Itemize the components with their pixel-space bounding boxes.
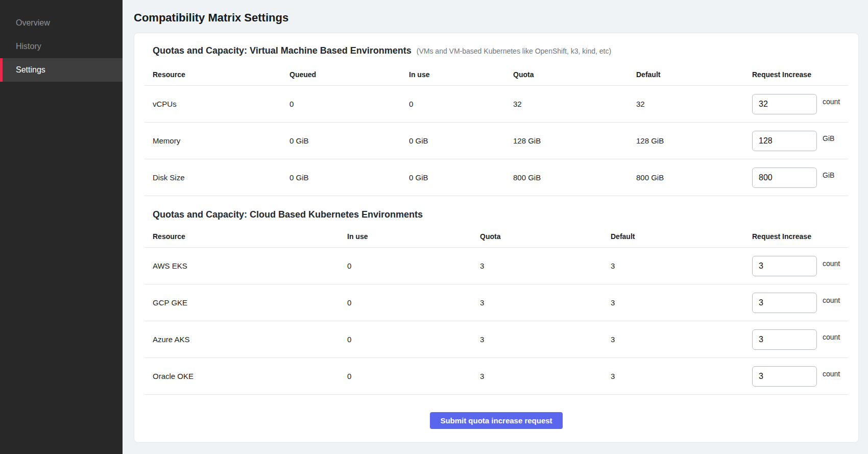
table-row-oracle-oke: Oracle OKE 0 3 3 count (144, 358, 848, 395)
default-value: 32 (636, 100, 752, 108)
column-header-request-increase: Request Increase (752, 70, 848, 79)
main-content: Compatibility Matrix Settings Quotas and… (123, 0, 868, 454)
column-header-in-use: In use (347, 232, 480, 241)
in-use-value: 0 GiB (409, 173, 513, 182)
unit-label: count (823, 333, 840, 341)
resource-name: Oracle OKE (144, 372, 347, 380)
resource-name: Azure AKS (144, 335, 347, 344)
sidebar: Overview History Settings (0, 0, 123, 454)
default-value: 800 GiB (636, 173, 752, 182)
quota-value: 3 (480, 335, 611, 344)
table-row-memory: Memory 0 GiB 0 GiB 128 GiB 128 GiB GiB (144, 123, 848, 159)
default-value: 128 GiB (636, 136, 752, 145)
azure-aks-request-input[interactable] (752, 329, 817, 350)
default-value: 3 (611, 335, 752, 344)
table-row-azure-aks: Azure AKS 0 3 3 count (144, 321, 848, 358)
in-use-value: 0 (347, 261, 480, 270)
aws-eks-request-input[interactable] (752, 256, 817, 276)
request-increase-cell: count (752, 256, 848, 276)
oracle-oke-request-input[interactable] (752, 366, 817, 387)
cloud-section-title: Quotas and Capacity: Cloud Based Kuberne… (153, 209, 423, 220)
request-increase-cell: GiB (752, 131, 848, 151)
quota-value: 3 (480, 261, 611, 270)
column-header-request-increase: Request Increase (752, 232, 848, 241)
queued-value: 0 (290, 100, 409, 108)
unit-label: count (823, 296, 840, 304)
in-use-value: 0 (347, 372, 480, 380)
disk-size-request-input[interactable] (752, 168, 817, 188)
vm-section-subtitle: (VMs and VM-based Kubernetes like OpenSh… (417, 47, 611, 55)
request-increase-cell: count (752, 94, 848, 114)
column-header-quota: Quota (480, 232, 611, 241)
request-increase-cell: GiB (752, 168, 848, 188)
vm-section-title: Quotas and Capacity: Virtual Machine Bas… (153, 45, 412, 56)
column-header-resource: Resource (144, 70, 290, 79)
unit-label: count (823, 370, 840, 378)
table-row-vcpus: vCPUs 0 0 32 32 count (144, 86, 848, 123)
sidebar-item-history[interactable]: History (0, 35, 123, 58)
queued-value: 0 GiB (290, 136, 409, 145)
quota-value: 3 (480, 372, 611, 380)
resource-name: Disk Size (144, 173, 290, 182)
default-value: 3 (611, 372, 752, 380)
in-use-value: 0 (409, 100, 513, 108)
in-use-value: 0 GiB (409, 136, 513, 145)
cloud-quota-table: Resource In use Quota Default Request In… (144, 225, 848, 395)
submit-quota-increase-button[interactable]: Submit quota increase request (430, 412, 562, 429)
submit-row: Submit quota increase request (144, 395, 848, 429)
memory-request-input[interactable] (752, 131, 817, 151)
table-row-gcp-gke: GCP GKE 0 3 3 count (144, 284, 848, 321)
default-value: 3 (611, 298, 752, 307)
request-increase-cell: count (752, 329, 848, 350)
resource-name: Memory (144, 136, 290, 145)
quota-value: 800 GiB (513, 173, 636, 182)
column-header-default: Default (611, 232, 752, 241)
sidebar-item-settings[interactable]: Settings (0, 58, 123, 82)
resource-name: vCPUs (144, 100, 290, 108)
sidebar-item-overview[interactable]: Overview (0, 11, 123, 35)
vm-quota-table: Resource Queued In use Quota Default Req… (144, 63, 848, 196)
column-header-default: Default (636, 70, 752, 79)
default-value: 3 (611, 261, 752, 270)
column-header-in-use: In use (409, 70, 513, 79)
quota-value: 32 (513, 100, 636, 108)
unit-label: GiB (823, 134, 834, 142)
column-header-queued: Queued (290, 70, 409, 79)
column-header-quota: Quota (513, 70, 636, 79)
quota-value: 3 (480, 298, 611, 307)
gcp-gke-request-input[interactable] (752, 293, 817, 313)
settings-card: Quotas and Capacity: Virtual Machine Bas… (134, 33, 859, 443)
app-root: Overview History Settings Compatibility … (0, 0, 868, 454)
table-row-aws-eks: AWS EKS 0 3 3 count (144, 248, 848, 284)
column-header-resource: Resource (144, 232, 347, 241)
cloud-section-header: Quotas and Capacity: Cloud Based Kuberne… (144, 209, 848, 220)
in-use-value: 0 (347, 335, 480, 344)
request-increase-cell: count (752, 293, 848, 313)
unit-label: count (823, 259, 840, 268)
in-use-value: 0 (347, 298, 480, 307)
quota-value: 128 GiB (513, 136, 636, 145)
queued-value: 0 GiB (290, 173, 409, 182)
table-row-disk-size: Disk Size 0 GiB 0 GiB 800 GiB 800 GiB Gi… (144, 159, 848, 196)
resource-name: AWS EKS (144, 261, 347, 270)
cloud-table-header-row: Resource In use Quota Default Request In… (144, 225, 848, 248)
resource-name: GCP GKE (144, 298, 347, 307)
vm-table-header-row: Resource Queued In use Quota Default Req… (144, 63, 848, 86)
vm-section-header: Quotas and Capacity: Virtual Machine Bas… (144, 45, 848, 56)
unit-label: GiB (823, 171, 834, 179)
page-title: Compatibility Matrix Settings (134, 8, 859, 25)
vcpus-request-input[interactable] (752, 94, 817, 114)
request-increase-cell: count (752, 366, 848, 387)
unit-label: count (823, 98, 840, 106)
